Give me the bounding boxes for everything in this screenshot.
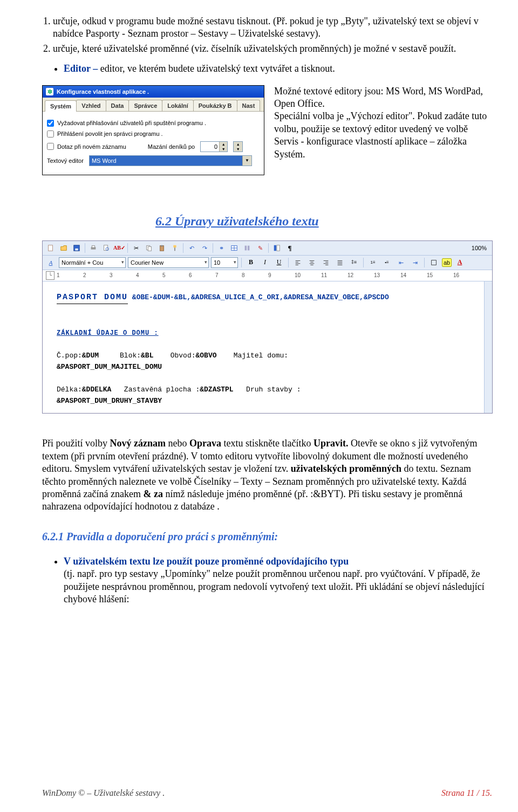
- tab-selector-icon[interactable]: └: [46, 271, 54, 280]
- require-login-checkbox[interactable]: [47, 120, 54, 127]
- checkbox-row[interactable]: Dotaz při novém záznamu: [47, 143, 126, 150]
- svg-rect-10: [161, 245, 163, 247]
- font-color-icon[interactable]: A: [454, 257, 466, 269]
- doc-var: &PASPORT_DUM_DRUHY_STAVBY: [57, 397, 481, 406]
- align-center-icon[interactable]: [306, 257, 318, 269]
- doc-var: &OBVO: [196, 352, 217, 360]
- ruler-tick: 6: [189, 272, 215, 279]
- doc-title-tail: &OBE-&DUM-&BL,&ADRESA_ULICE_A_C_ORI,&ADR…: [128, 293, 389, 301]
- numbered-list: určuje, odkud v programu bude možné sest…: [42, 15, 492, 55]
- italic-icon[interactable]: I: [259, 257, 271, 269]
- size-combo[interactable]: 10: [211, 257, 238, 268]
- vertical-scrollbar[interactable]: [484, 281, 492, 414]
- spin-down-icon[interactable]: ▼: [220, 147, 227, 152]
- checkbox-row[interactable]: Vyžadovat přihlašování uživatelů při spu…: [47, 119, 260, 127]
- underline-icon[interactable]: U: [273, 257, 285, 269]
- editor-combo-value: MS Word: [90, 156, 242, 166]
- line-spacing-icon[interactable]: ‡≡: [348, 257, 360, 269]
- highlight-icon[interactable]: ab: [442, 258, 452, 267]
- gear-icon: ✲: [46, 88, 53, 95]
- open-icon[interactable]: [58, 242, 70, 254]
- indent-icon[interactable]: ⇥: [409, 257, 421, 269]
- list-item: Editor – editor, ve kterém budete uživat…: [64, 63, 492, 75]
- editor-combo[interactable]: MS Word ▼: [89, 155, 252, 166]
- redo-icon[interactable]: ↷: [199, 242, 210, 254]
- doc-var: &DDELKA: [82, 386, 112, 394]
- styles-icon[interactable]: A: [45, 257, 57, 269]
- delete-label: Mazání deníků po: [148, 143, 195, 150]
- tab-spravce[interactable]: Správce: [128, 100, 162, 111]
- page-footer: WinDomy © – Uživatelské sestavy . Strana…: [42, 788, 492, 799]
- doc-title: PASPORT DOMU: [57, 292, 128, 305]
- ruler-tick: 3: [110, 272, 136, 279]
- show-paragraph-icon[interactable]: ¶: [284, 242, 296, 254]
- spin-up-icon[interactable]: ▲: [234, 142, 242, 147]
- svg-rect-17: [248, 246, 250, 251]
- doc-text: Obvod:: [171, 352, 196, 360]
- ask-new-record-checkbox[interactable]: [47, 143, 54, 150]
- save-icon[interactable]: [71, 242, 83, 254]
- dialog-title: Konfigurace vlastností aplikace .: [57, 88, 149, 95]
- ruler: └ 1 2 3 4 5 6 7 8 9 10 11 12 13 14 15 16: [43, 270, 492, 281]
- ruler-tick: 1: [57, 272, 83, 279]
- document-area[interactable]: PASPORT DOMU &OBE-&DUM-&BL,&ADRESA_ULICE…: [43, 281, 492, 414]
- bullets-icon[interactable]: •≡: [381, 257, 393, 269]
- undo-icon[interactable]: ↶: [186, 242, 197, 254]
- rules-list: V uživatelském textu lze použít pouze pr…: [42, 555, 492, 606]
- doc-subtitle: ZÁKLADNÍ ÚDAJE O DOMU :: [57, 329, 159, 337]
- ruler-tick: 9: [268, 272, 295, 279]
- justify-icon[interactable]: [334, 257, 346, 269]
- tab-system[interactable]: Systém: [45, 100, 77, 112]
- font-combo[interactable]: Courier New: [128, 257, 209, 268]
- columns-icon[interactable]: [241, 242, 253, 254]
- svg-rect-0: [49, 245, 53, 251]
- list-item: V uživatelském textu lze použít pouze pr…: [64, 555, 492, 606]
- ruler-tick: 4: [136, 272, 162, 279]
- print-icon[interactable]: [87, 242, 99, 254]
- ruler-tick: 5: [162, 272, 189, 279]
- days-input[interactable]: [201, 142, 219, 152]
- rule-follow: (tj. např. pro typ sestavy „Upomínky" ne…: [64, 568, 492, 605]
- admin-only-checkbox[interactable]: [47, 130, 54, 137]
- tab-lokalni[interactable]: Lokální: [162, 100, 194, 111]
- tab-poukazky[interactable]: Poukázky B: [193, 100, 237, 111]
- days-spinner[interactable]: ▲▼: [200, 141, 228, 152]
- spin-down-icon[interactable]: ▼: [234, 147, 242, 152]
- new-doc-icon[interactable]: [45, 242, 57, 254]
- rule-highlight: V uživatelském textu lze použít pouze pr…: [64, 555, 492, 568]
- link-icon[interactable]: ⚭: [215, 242, 227, 254]
- outdent-icon[interactable]: ⇤: [395, 257, 407, 269]
- paste-icon[interactable]: [156, 242, 168, 254]
- tab-vzhled[interactable]: Vzhled: [76, 100, 106, 111]
- align-right-icon[interactable]: [320, 257, 332, 269]
- drawing-icon[interactable]: ✎: [254, 242, 266, 254]
- cut-icon[interactable]: ✂: [130, 242, 142, 254]
- doc-text: Majitel domu:: [234, 352, 288, 360]
- borders-icon[interactable]: [428, 257, 440, 269]
- preview-icon[interactable]: [100, 242, 112, 254]
- zoom-value[interactable]: 100%: [472, 244, 490, 252]
- footer-left: WinDomy © – Uživatelské sestavy .: [42, 788, 165, 799]
- editors-paragraph: Možné textové editory jsou: MS Word, MS …: [274, 85, 492, 175]
- tab-data[interactable]: Data: [106, 100, 130, 111]
- spin-up-icon[interactable]: ▲: [220, 142, 227, 147]
- bold-icon[interactable]: B: [245, 257, 257, 269]
- ruler-tick: 11: [321, 272, 347, 279]
- toolbar-1: AB✓ ✂ ↶ ↷ ⚭ ✎ ¶ 100%: [43, 241, 492, 256]
- secondary-spinner[interactable]: ▲▼: [233, 141, 243, 152]
- chevron-down-icon[interactable]: ▼: [242, 156, 251, 166]
- copy-icon[interactable]: [143, 242, 155, 254]
- doc-var: &DUM: [82, 352, 99, 360]
- checkbox-row[interactable]: Přihlášení povolit jen správci programu …: [47, 130, 260, 137]
- doc-text: Druh stavby :: [246, 386, 301, 394]
- spellcheck-icon[interactable]: AB✓: [113, 242, 125, 254]
- ruler-tick: 2: [83, 272, 110, 279]
- checkbox-label: Přihlášení povolit jen správci programu …: [57, 130, 163, 137]
- table-icon[interactable]: [228, 242, 240, 254]
- style-combo[interactable]: Normální + Cou: [59, 257, 126, 268]
- tab-nast[interactable]: Nast: [237, 100, 261, 111]
- align-left-icon[interactable]: [292, 257, 304, 269]
- format-painter-icon[interactable]: [169, 242, 181, 254]
- document-map-icon[interactable]: [271, 242, 283, 254]
- numbering-icon[interactable]: 1≡: [367, 257, 379, 269]
